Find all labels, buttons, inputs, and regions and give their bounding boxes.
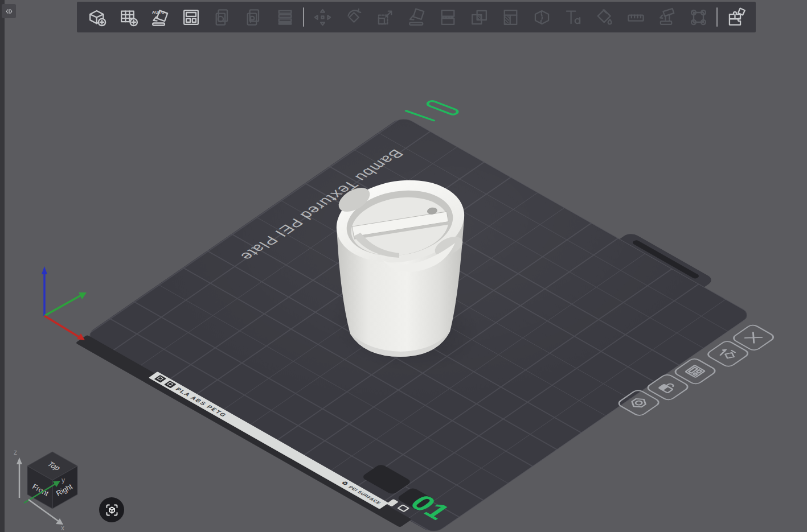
assembly-view-icon [726, 7, 747, 28]
plate-qr-icon [164, 381, 177, 389]
measure-icon [625, 7, 646, 28]
move-icon [312, 7, 333, 28]
scale-icon [375, 7, 396, 28]
plate-orient-icon [712, 344, 744, 364]
add-object-button[interactable] [84, 4, 110, 30]
paste-icon [243, 7, 264, 28]
lay-on-face-button [403, 4, 429, 30]
fit-view-button[interactable] [99, 497, 124, 522]
toolbar-separator [716, 7, 718, 27]
main-toolbar: AUTO [77, 2, 756, 32]
add-object-icon [87, 7, 108, 28]
arrange-button[interactable] [178, 4, 204, 30]
color-paint-icon [594, 7, 615, 28]
origin-axes [16, 261, 96, 346]
rotate-icon [343, 7, 364, 28]
plate-lock-icon [652, 377, 683, 397]
add-plate-button[interactable] [115, 4, 141, 30]
move-button [309, 4, 335, 30]
plate-delete-icon [738, 328, 769, 347]
nav-axis-x-label: x [61, 524, 64, 531]
lay-on-face-icon [406, 7, 427, 28]
copy-icon [212, 7, 233, 28]
seam-paint-icon [688, 7, 709, 28]
cut-button [529, 4, 555, 30]
add-plate-icon [118, 7, 139, 28]
cut-icon [531, 7, 552, 28]
object-list-button [272, 4, 298, 30]
merge-icon [469, 7, 490, 28]
variable-layer-button [497, 4, 523, 30]
plate-qr-icon [154, 375, 167, 383]
auto-orient-button[interactable]: AUTO [146, 4, 173, 30]
scale-button [372, 4, 398, 30]
panel-toggle-button[interactable] [2, 4, 16, 18]
collapse-panel-icon [5, 7, 14, 16]
arrange-icon [181, 7, 202, 28]
copy-button [209, 4, 235, 30]
color-paint-button [591, 4, 617, 30]
nav-axis-y-label: y [62, 476, 65, 484]
paste-button [240, 4, 267, 30]
split-button [435, 4, 461, 30]
rotate-button [341, 4, 367, 30]
seam-paint-button [685, 4, 711, 30]
model-cylinder[interactable] [327, 162, 476, 364]
object-list-icon [275, 7, 296, 28]
fit-view-cube-icon [104, 502, 120, 518]
text-icon [563, 7, 584, 28]
assembly-view-button[interactable] [723, 4, 749, 30]
auto-orient-icon: AUTO [149, 7, 170, 28]
measure-button [622, 4, 649, 30]
nav-axis-z-label: z [14, 448, 17, 456]
viewport-3d[interactable]: Bambu Textured PEI Plate 01 PLA ABS PETG… [0, 0, 807, 532]
support-paint-icon [657, 7, 678, 28]
plate-settings-icon [623, 393, 654, 413]
support-paint-button [654, 4, 680, 30]
nav-cube[interactable]: Top Front Right z y x [7, 439, 104, 531]
toolbar-separator [303, 7, 304, 27]
merge-button [466, 4, 492, 30]
plate-arrange-icon [679, 361, 711, 381]
left-panel-strip [0, 0, 5, 532]
split-icon [437, 7, 458, 28]
text-button [560, 4, 586, 30]
variable-layer-icon [500, 7, 521, 28]
recycle-triangle-icon: ♻ [340, 481, 350, 487]
plate-corner-cutout [361, 464, 412, 495]
